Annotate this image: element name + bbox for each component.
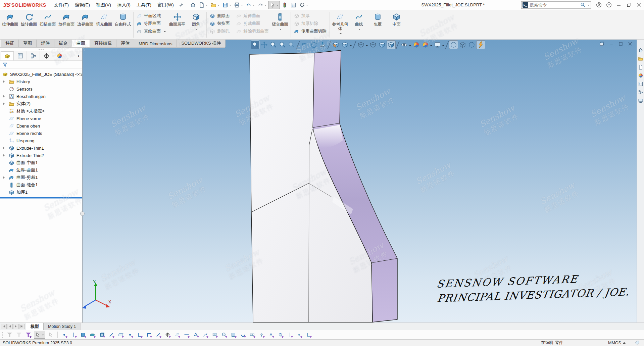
edit-appearance-icon[interactable] bbox=[412, 41, 420, 49]
menu-insert[interactable]: 插入(I) bbox=[114, 1, 134, 9]
curves-button[interactable]: 曲线 bbox=[350, 10, 368, 39]
knit-surface-button[interactable]: 缝合曲面 bbox=[271, 10, 290, 39]
filter-vertices-icon[interactable] bbox=[60, 331, 68, 339]
swept-surface-button[interactable]: 扫描曲面 bbox=[38, 10, 57, 39]
cut-with-surface-button[interactable]: 使用曲面切除 bbox=[293, 28, 328, 35]
display-style-dropdown-icon[interactable] bbox=[366, 45, 368, 47]
tree-item-surface-knit1[interactable]: 曲面-缝合1 bbox=[0, 181, 82, 189]
shaded-with-edges-icon[interactable] bbox=[387, 41, 395, 49]
search-icon[interactable] bbox=[580, 2, 585, 7]
tab-surfaces[interactable]: 曲面 bbox=[72, 39, 90, 47]
tree-root-part[interactable]: SWX2025_Fillet_JOE (Standard) <<St… bbox=[0, 70, 82, 78]
taskpane-view-palette-icon[interactable] bbox=[638, 81, 643, 87]
filter-planes-icon[interactable] bbox=[117, 331, 125, 339]
rotate-view-icon[interactable] bbox=[309, 41, 318, 49]
offset-surface-button[interactable]: 等距曲面 bbox=[135, 20, 167, 27]
zoom-to-fit-icon[interactable] bbox=[251, 41, 259, 49]
tree-item-solid-bodies[interactable]: 实体(2) bbox=[0, 100, 82, 107]
filter-magnified-selection-icon[interactable] bbox=[220, 331, 228, 339]
filter-dimensions-icon[interactable] bbox=[183, 331, 190, 339]
filter-sketch-segments-icon[interactable] bbox=[136, 331, 143, 339]
doc-close-icon[interactable] bbox=[628, 41, 633, 46]
view-settings-dropdown-icon[interactable] bbox=[442, 45, 444, 47]
tree-item-material[interactable]: 材质 <未指定> bbox=[0, 107, 82, 115]
graphics-viewport[interactable]: Y X Z SENSNOW SOFTWARE PRINCIPAL INVESTI… bbox=[0, 40, 644, 323]
tree-item-mid-surface1[interactable]: 曲面-中面1 bbox=[0, 159, 82, 166]
tab-features[interactable]: 特征 bbox=[1, 39, 19, 47]
expand-arrow-icon[interactable] bbox=[3, 95, 6, 98]
select-tool-button[interactable] bbox=[268, 1, 280, 9]
previous-view-icon[interactable] bbox=[300, 41, 309, 49]
filter-solid-bodies-icon[interactable] bbox=[98, 331, 106, 339]
taskpane-appearances-icon[interactable] bbox=[638, 73, 643, 78]
tab-evaluate[interactable]: 评估 bbox=[116, 39, 134, 47]
view-settings-icon[interactable] bbox=[433, 41, 442, 49]
filter-reference-planes-icon[interactable] bbox=[173, 331, 181, 339]
filter-datums-icon[interactable] bbox=[258, 331, 265, 339]
tab-direct-editing[interactable]: 直接编辑 bbox=[90, 39, 116, 47]
select-cursor-button[interactable] bbox=[34, 331, 45, 339]
section-view-icon[interactable] bbox=[332, 41, 340, 49]
search-dropdown-icon[interactable] bbox=[588, 5, 590, 7]
hidden-lines-visible-icon[interactable] bbox=[369, 41, 377, 49]
normal-to-icon[interactable] bbox=[318, 41, 327, 49]
toggle-selection-filters-button[interactable] bbox=[24, 331, 32, 339]
tree-item-annotations[interactable]: ABeschriftungen bbox=[0, 93, 82, 100]
pin-menu-icon[interactable] bbox=[179, 3, 184, 7]
displaymanager-tab[interactable] bbox=[53, 51, 66, 60]
reference-geometry-button[interactable]: 参考几何体 bbox=[331, 10, 350, 39]
flatten-surface-button[interactable]: 曲面展平 bbox=[168, 10, 187, 39]
lofted-surface-button[interactable]: 放样曲面 bbox=[57, 10, 76, 39]
menu-window[interactable]: 窗口(W) bbox=[154, 1, 177, 9]
boundary-surface-button[interactable]: 边界曲面 bbox=[76, 10, 95, 39]
filter-funnel-icon[interactable] bbox=[2, 62, 8, 67]
menu-edit[interactable]: 编辑(E) bbox=[72, 1, 93, 9]
minimize-button[interactable] bbox=[614, 0, 624, 9]
tree-item-extrude-thin2[interactable]: Extrude-Thin2 bbox=[0, 152, 82, 159]
filter-surface-finish-icon[interactable] bbox=[267, 331, 275, 339]
filter-connection-points-icon[interactable] bbox=[295, 331, 303, 339]
tree-item-right-plane[interactable]: Ebene rechts bbox=[0, 130, 82, 137]
filter-faces-icon[interactable] bbox=[79, 331, 87, 339]
filter-surface-bodies-icon[interactable] bbox=[89, 331, 96, 339]
print-button[interactable] bbox=[233, 1, 244, 9]
dimxpertmanager-tab[interactable] bbox=[40, 51, 53, 60]
filter-axes-icon[interactable] bbox=[107, 331, 115, 339]
panel-grip[interactable] bbox=[0, 48, 82, 51]
menu-tools[interactable]: 工具(T) bbox=[134, 1, 154, 9]
open-button[interactable] bbox=[209, 1, 220, 9]
home-button[interactable] bbox=[189, 1, 197, 9]
delete-face-button[interactable]: 删除面 bbox=[208, 13, 231, 19]
configurationmanager-tab[interactable] bbox=[27, 51, 40, 60]
undo-button[interactable] bbox=[245, 1, 256, 9]
status-tag-icon[interactable] bbox=[635, 340, 640, 346]
filter-edges-icon[interactable] bbox=[70, 331, 78, 339]
shadows-icon[interactable] bbox=[458, 41, 467, 49]
first-tab-icon[interactable] bbox=[1, 324, 7, 329]
tree-item-sensors[interactable]: Sensors bbox=[0, 85, 82, 93]
view-orientation-icon[interactable] bbox=[341, 41, 349, 49]
help-icon[interactable]: ? bbox=[604, 0, 614, 9]
search-scope-icon[interactable]: ▸_ bbox=[523, 2, 528, 8]
tab-sheet-metal[interactable]: 钣金 bbox=[54, 39, 72, 47]
rollback-bar[interactable] bbox=[0, 197, 82, 198]
tree-item-thicken1[interactable]: 加厚1 bbox=[0, 189, 82, 196]
filter-gtol-icon[interactable] bbox=[248, 331, 256, 339]
filter-notes-icon[interactable] bbox=[201, 331, 209, 339]
tab-mbd-dimensions[interactable]: MBD Dimensions bbox=[134, 40, 177, 47]
model-tab[interactable]: 模型 bbox=[26, 323, 44, 330]
doc-minimize-icon[interactable] bbox=[609, 41, 614, 46]
units-selector[interactable]: MMGS bbox=[608, 341, 626, 345]
revolved-surface-button[interactable]: 旋转曲面 bbox=[19, 10, 38, 39]
restore-button[interactable] bbox=[624, 0, 634, 9]
tab-sketch[interactable]: 草图 bbox=[18, 39, 37, 47]
display-style-icon[interactable] bbox=[357, 41, 365, 49]
filter-centerline-icon[interactable] bbox=[154, 331, 162, 339]
options-gear-button[interactable] bbox=[298, 1, 309, 9]
filter-dowel-pins-icon[interactable] bbox=[286, 331, 294, 339]
tree-item-boundary-surface1[interactable]: 边界-曲面1 bbox=[0, 166, 82, 174]
filter-weld-symbols-icon[interactable] bbox=[239, 331, 247, 339]
panel-expand-chevron[interactable]: › bbox=[75, 51, 82, 60]
tree-item-surface-trim1[interactable]: 曲面-剪裁1 bbox=[0, 174, 82, 181]
tab-solidworks-addins[interactable]: SOLIDWORKS 插件 bbox=[177, 39, 226, 47]
